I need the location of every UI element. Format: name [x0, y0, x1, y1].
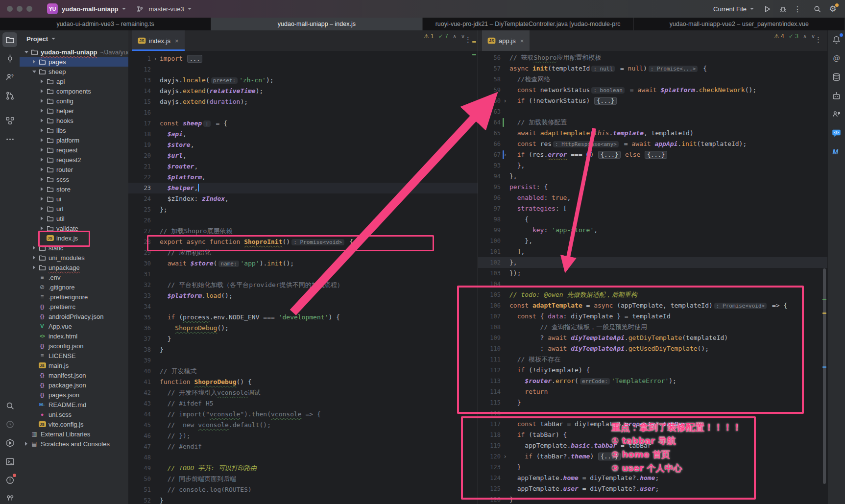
bot-tool-button[interactable]	[829, 88, 844, 103]
tree-item-pages[interactable]: pages	[20, 57, 128, 67]
chevron-right-icon[interactable]	[38, 109, 46, 113]
code-line-101[interactable]: 101 ],	[478, 246, 828, 257]
debug-button[interactable]	[776, 2, 789, 15]
tree-item-store[interactable]: store	[20, 184, 128, 194]
window-tab[interactable]: yudao-ui-admin-vue3 – remaining.ts	[0, 18, 211, 30]
fold-arrow-icon[interactable]: ›	[501, 149, 509, 160]
code-line-112[interactable]: 112 if (!diyTemplate) {	[478, 365, 828, 376]
code-line-102[interactable]: 102},	[478, 257, 828, 268]
code-line-43[interactable]: 43 // #ifdef H5	[128, 398, 478, 409]
run-button[interactable]	[761, 2, 773, 15]
code-line-49[interactable]: 49 // TODO 芋艿: 可以打印路由	[128, 463, 478, 474]
code-line-123[interactable]: 123 }	[478, 462, 828, 473]
tree-item-jsconfig.json[interactable]: {}jsconfig.json	[20, 341, 128, 351]
notifications-button[interactable]	[829, 32, 844, 47]
code-line-120[interactable]: 120› if (tabBar?.theme) {...}	[478, 451, 828, 462]
tree-item-index.js[interactable]: JSindex.js	[20, 233, 128, 243]
code-line-56[interactable]: 56// 获取Shopro应用配置和模板	[478, 52, 828, 63]
project-tree-header[interactable]: Project	[20, 30, 128, 47]
settings-button[interactable]: ⚙	[826, 2, 839, 15]
code-line-63[interactable]: 63	[478, 106, 828, 117]
chevron-right-icon[interactable]	[38, 119, 46, 122]
database-tool-button[interactable]	[829, 70, 844, 84]
tree-item-.prettierrc[interactable]: {}.prettierrc	[20, 302, 128, 312]
tree-item-platform[interactable]: platform	[20, 135, 128, 145]
chevron-right-icon[interactable]	[38, 168, 46, 171]
chevron-right-icon[interactable]	[30, 246, 38, 250]
tree-item-request[interactable]: request	[20, 145, 128, 155]
chevron-right-icon[interactable]	[38, 187, 46, 191]
run-configuration-selector[interactable]: Current File	[713, 5, 747, 13]
code-line-31[interactable]: 31	[128, 269, 478, 280]
code-line-110[interactable]: 110 : await diyTemplateApi.getUsedDiyTem…	[478, 343, 828, 354]
code-line-35[interactable]: 35 if (process.env.NODE_ENV === 'develop…	[128, 312, 478, 323]
tree-item-.prettierignore[interactable]: ≡.prettierignore	[20, 292, 128, 302]
code-line-109[interactable]: 109 ? await diyTemplateApi.getDiyTemplat…	[478, 333, 828, 343]
code-line-34[interactable]: 34	[128, 301, 478, 312]
chevron-right-icon[interactable]	[38, 158, 46, 162]
chevron-right-icon[interactable]	[38, 177, 46, 181]
ai-chat-button[interactable]: </>	[829, 125, 844, 140]
tree-item-App.vue[interactable]: VApp.vue	[20, 321, 128, 331]
code-line-57[interactable]: 57async init(templateId: null = null): P…	[478, 63, 828, 74]
code-line-29[interactable]: 29 // 应用初始化	[128, 247, 478, 258]
tree-item-pages.json[interactable]: {}pages.json	[20, 390, 128, 400]
code-line-23[interactable]: 23 $helper,	[128, 183, 478, 193]
tab-options-icon[interactable]: ⋮	[464, 35, 472, 44]
tree-item-External-Libraries[interactable]: ▥External Libraries	[20, 429, 128, 439]
code-line-47[interactable]: 47 // #endif	[128, 441, 478, 452]
next-problem-icon[interactable]: ∨	[461, 33, 465, 40]
tree-item-README.md[interactable]: M↓README.md	[20, 400, 128, 409]
code-line-39[interactable]: 39	[128, 355, 478, 366]
chevron-right-icon[interactable]	[38, 197, 46, 201]
code-line-107[interactable]: 107 const { data: diyTemplate } = templa…	[478, 311, 828, 322]
chevron-right-icon[interactable]	[38, 216, 46, 220]
ai-assistant-button[interactable]: @	[829, 51, 844, 66]
close-icon[interactable]: ×	[520, 37, 524, 45]
tree-item-static[interactable]: static	[20, 243, 128, 253]
code-line-45[interactable]: 45 // new vconsole.default();	[128, 420, 478, 431]
tree-item-sheep[interactable]: sheep	[20, 67, 128, 76]
tree-item-config[interactable]: config	[20, 96, 128, 106]
tree-item-url[interactable]: url	[20, 204, 128, 214]
code-line-18[interactable]: 18 $api,	[128, 129, 478, 140]
code-line-13[interactable]: 13dayjs.locale(preset:'zh-cn');	[128, 75, 478, 86]
code-line-119[interactable]: 119 appTemplate.basic.tabbar = tabBar	[478, 440, 828, 451]
code-line-50[interactable]: 50 // 同步前端页面到后端	[128, 474, 478, 484]
code-line-64[interactable]: 64 // 加载装修配置	[478, 117, 828, 128]
code-line-94[interactable]: 94},	[478, 171, 828, 182]
code-line-17[interactable]: 17const sheep: = {	[128, 118, 478, 129]
code-line-99[interactable]: 99 key: 'app-store',	[478, 225, 828, 236]
code-line-51[interactable]: 51 // console.log(ROUTES)	[128, 484, 478, 495]
chevron-right-icon[interactable]	[38, 128, 46, 132]
chevron-right-icon[interactable]	[30, 60, 38, 64]
code-line-116[interactable]: 116	[478, 408, 828, 419]
code-line-125[interactable]: 125 appTemplate.user = diyTemplate?.user…	[478, 483, 828, 494]
code-line-16[interactable]: 16	[128, 107, 478, 118]
window-zoom-button[interactable]	[26, 6, 32, 12]
code-line-118[interactable]: 118 if (tabBar) {	[478, 430, 828, 440]
tree-item-libs[interactable]: libs	[20, 125, 128, 135]
m-plugin-button[interactable]: M	[829, 144, 844, 159]
code-line-98[interactable]: 98 {	[478, 214, 828, 225]
pull-requests-tool-button[interactable]	[2, 88, 17, 103]
tree-item-router[interactable]: router	[20, 165, 128, 174]
project-name-menu[interactable]: yudao-mall-uniapp	[62, 5, 119, 13]
tree-item-index.html[interactable]: <>index.html	[20, 331, 128, 341]
search-everywhere-button[interactable]	[2, 398, 17, 413]
editor-tab-app-js[interactable]: JS app.js ×	[482, 30, 530, 51]
code-line-48[interactable]: 48	[128, 452, 478, 463]
scrollbar-right-editor[interactable]	[821, 34, 827, 501]
fold-arrow-icon[interactable]: ›	[151, 53, 160, 64]
tree-item-vite.config.js[interactable]: JSvite.config.js	[20, 419, 128, 429]
code-line-108[interactable]: 108 // 查询指定模板，一般是预览时使用	[478, 322, 828, 333]
code-line-124[interactable]: 124 appTemplate.home = diyTemplate?.home…	[478, 473, 828, 483]
code-line-38[interactable]: 38}	[128, 344, 478, 355]
code-line-59[interactable]: 59 const networkStatus: boolean = await …	[478, 85, 828, 96]
code-line-58[interactable]: 58 //检查网络	[478, 74, 828, 85]
inspection-widget[interactable]: ⚠ 4 ✓ 3 ∧ ∨	[774, 33, 815, 40]
code-area-app-js[interactable]: 56// 获取Shopro应用配置和模板57async init(templat…	[478, 51, 828, 504]
commit-tool-button[interactable]	[2, 51, 17, 66]
structure-tool-button[interactable]	[2, 113, 17, 128]
code-area-index-js[interactable]: 1›import ...1213dayjs.locale(preset:'zh-…	[128, 51, 478, 504]
